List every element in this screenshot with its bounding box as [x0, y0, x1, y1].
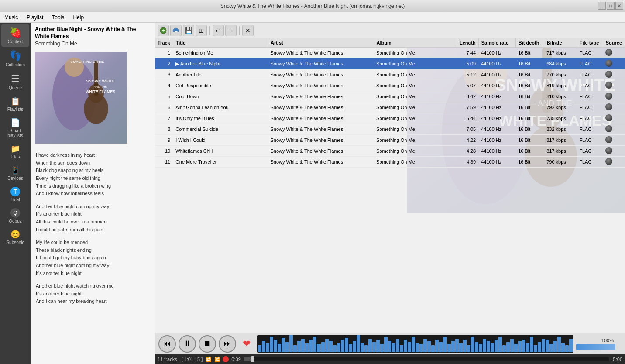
viz-bar: [427, 341, 431, 352]
svg-text:WHITE FLAMES: WHITE FLAMES: [86, 89, 116, 94]
pause-button[interactable]: ⏸: [179, 335, 196, 353]
table-row[interactable]: 7 It's Only the Blues Snowy White & The …: [155, 113, 625, 124]
menu-help[interactable]: Help: [70, 14, 86, 21]
sidebar-item-qobuz[interactable]: Q Qobuz: [1, 206, 29, 226]
maximize-button[interactable]: □: [607, 2, 615, 10]
titlebar: Snowy White & The White Flames - Another…: [0, 0, 625, 12]
lyric-line: Black dog snapping at my heels: [36, 167, 149, 175]
track-bitrate: 832 kbps: [544, 124, 577, 135]
redo-button[interactable]: →: [225, 25, 237, 36]
record-button[interactable]: [223, 356, 229, 362]
sidebar-item-files[interactable]: 📁 Files: [1, 141, 29, 162]
viz-bar: [565, 345, 569, 352]
qobuz-icon: Q: [10, 208, 20, 218]
table-row[interactable]: 8 Commercial Suicide Snowy White & The W…: [155, 124, 625, 135]
col-header-filetype[interactable]: File type: [577, 38, 603, 48]
table-row[interactable]: 1 Something on Me Snowy White & The Whit…: [155, 48, 625, 58]
view-button[interactable]: ⊞: [196, 25, 207, 36]
stop-button[interactable]: ⏹: [199, 335, 216, 353]
col-header-bitrate[interactable]: Bitrate: [544, 38, 577, 48]
next-button[interactable]: ⏭: [219, 335, 236, 353]
track-sample: 44100 Hz: [478, 58, 515, 69]
close-button[interactable]: ✕: [615, 2, 623, 10]
viz-bar: [526, 343, 529, 352]
favorite-button[interactable]: ❤: [239, 336, 254, 352]
col-header-track[interactable]: Track: [155, 38, 173, 48]
table-row[interactable]: 4 Get Responsible Snowy White & The Whit…: [155, 80, 625, 91]
track-artist: Snowy White & The White Flames: [268, 124, 374, 135]
track-source: [603, 113, 625, 124]
viz-bar: [495, 340, 498, 352]
cloud-button[interactable]: ☁: [170, 25, 182, 36]
context-header: Another Blue Night - Snowy White & The W…: [31, 23, 155, 48]
sidebar-label-devices: Devices: [7, 176, 23, 181]
track-title: Cool Down: [173, 91, 268, 102]
table-row[interactable]: 3 Another Life Snowy White & The White F…: [155, 69, 625, 80]
table-row[interactable]: 2 ▶ Another Blue Night Snowy White & The…: [155, 58, 625, 69]
menu-playlist[interactable]: Playlist: [24, 14, 46, 21]
progress-thumb[interactable]: [251, 356, 254, 362]
playlist-icon: 📋: [10, 96, 20, 106]
sidebar-item-collection[interactable]: 👣 Collection: [1, 48, 29, 70]
track-title: Ain't Gonna Lean on You: [173, 102, 268, 113]
viz-bar: [289, 335, 293, 352]
table-row[interactable]: 6 Ain't Gonna Lean on You Snowy White & …: [155, 102, 625, 113]
track-title: I Wish I Could: [173, 135, 268, 146]
col-header-sample[interactable]: Sample rate: [478, 38, 515, 48]
sidebar-item-subsonic[interactable]: 😊 Subsonic: [1, 227, 29, 247]
table-row[interactable]: 5 Cool Down Snowy White & The White Flam…: [155, 91, 625, 102]
track-bit: 16 Bit: [515, 69, 544, 80]
lyric-line: Every night the same old thing: [36, 175, 149, 182]
sidebar-label-subsonic: Subsonic: [6, 240, 24, 245]
track-list-container[interactable]: SNOWY WHITE — AND THE — WHITE FLAMES Tra…: [155, 38, 625, 333]
col-header-artist[interactable]: Artist: [268, 38, 374, 48]
visualizer: [257, 335, 573, 353]
viz-bar: [368, 339, 372, 352]
sidebar-item-playlists[interactable]: 📋 Playlists: [1, 94, 29, 114]
track-source: [603, 48, 625, 58]
undo-button[interactable]: ↩: [213, 25, 224, 36]
sidebar-item-devices[interactable]: 📱 Devices: [1, 163, 29, 183]
viz-bar: [266, 343, 269, 352]
col-header-bit[interactable]: Bit depth: [515, 38, 544, 48]
track-artist: Snowy White & The White Flames: [268, 69, 374, 80]
shuffle-button[interactable]: 🔀: [214, 356, 221, 363]
viz-bar: [522, 340, 525, 352]
col-header-source[interactable]: Source: [603, 38, 625, 48]
minimize-button[interactable]: _: [598, 2, 606, 10]
track-source: [603, 69, 625, 80]
viz-bar: [301, 339, 305, 352]
sidebar-item-tidal[interactable]: T Tidal: [1, 184, 29, 205]
table-row[interactable]: 10 Whiteflames Chill Snowy White & The W…: [155, 146, 625, 157]
col-header-length[interactable]: Length: [457, 38, 478, 48]
track-length: 5:44: [457, 113, 478, 124]
sidebar-item-queue[interactable]: ☰ Queue: [1, 71, 29, 93]
track-bitrate: 810 kbps: [544, 91, 577, 102]
save-button[interactable]: 💾: [183, 25, 194, 36]
prev-button[interactable]: ⏮: [158, 335, 176, 353]
track-length: 7:44: [457, 48, 478, 58]
viz-bar: [514, 344, 518, 352]
sidebar-item-smart-playlists[interactable]: 📄 Smart playlists: [1, 115, 29, 141]
sidebar-label-playlists: Playlists: [7, 107, 24, 112]
col-header-title[interactable]: Title: [173, 38, 268, 48]
table-row[interactable]: 9 I Wish I Could Snowy White & The White…: [155, 135, 625, 146]
repeat-button[interactable]: 🔁: [205, 356, 212, 363]
track-album: Something On Me: [374, 80, 457, 91]
table-row[interactable]: 11 One More Traveller Snowy White & The …: [155, 157, 625, 168]
sidebar-item-context[interactable]: 🍓 Context: [1, 24, 29, 47]
clear-button[interactable]: ✕: [242, 25, 254, 36]
track-album: Something On Me: [374, 113, 457, 124]
track-length: 5:12: [457, 69, 478, 80]
menu-music[interactable]: Music: [2, 14, 21, 21]
lyric-line: Another blue night coming my way: [36, 203, 149, 211]
add-button[interactable]: +: [158, 25, 169, 36]
track-source: [603, 124, 625, 135]
progress-track[interactable]: [244, 357, 609, 361]
menu-tools[interactable]: Tools: [49, 14, 67, 21]
col-header-album[interactable]: Album: [374, 38, 457, 48]
track-num: 11: [155, 157, 173, 168]
viz-bar: [443, 337, 446, 352]
track-title: Get Responsible: [173, 80, 268, 91]
volume-slider[interactable]: [576, 344, 615, 350]
